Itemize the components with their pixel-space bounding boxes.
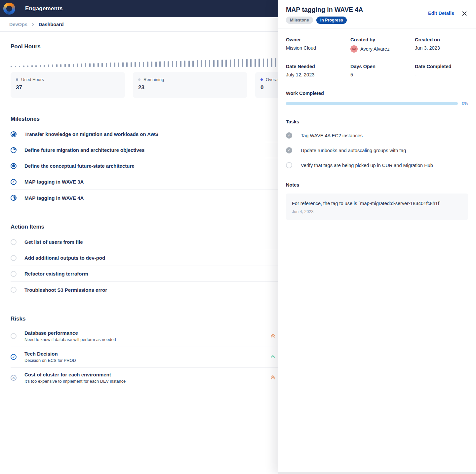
field-value-text: Mission Cloud bbox=[286, 45, 316, 51]
spark-bar bbox=[159, 61, 161, 67]
spark-bar bbox=[205, 60, 206, 67]
milestone-label: Define future migration and architecture… bbox=[24, 147, 144, 153]
milestone-item[interactable]: ✓MAP tagging in WAVE 3A bbox=[11, 174, 278, 190]
milestone-item[interactable]: Transfer knowledge on migration and work… bbox=[11, 126, 278, 142]
spark-bar bbox=[188, 61, 190, 67]
progress-bar bbox=[286, 102, 458, 105]
spark-bar bbox=[192, 61, 194, 67]
task-list: ✓Tag WAVE 4A EC2 instances✓Update runboo… bbox=[286, 132, 468, 168]
milestone-row: ✓MAP tagging in WAVE 3A bbox=[11, 174, 278, 190]
status-dot-icon bbox=[16, 78, 18, 81]
spark-bar bbox=[143, 62, 144, 67]
edit-details-link[interactable]: Edit Details bbox=[428, 11, 454, 16]
milestone-progress-icon: ✓ bbox=[11, 179, 17, 185]
unchecked-circle-icon[interactable] bbox=[11, 271, 17, 277]
task-done-check-icon[interactable]: ✓ bbox=[286, 147, 292, 153]
spark-bar bbox=[184, 61, 185, 67]
milestone-label: Define the conceptual future-state archi… bbox=[24, 163, 135, 169]
chevron-right-icon bbox=[31, 22, 35, 26]
task-item[interactable]: ✓Tag WAVE 4A EC2 instances bbox=[286, 132, 468, 139]
field-label: Created by bbox=[350, 37, 415, 42]
field-value-text: Jun 3, 2023 bbox=[415, 45, 440, 51]
action-item-row: Get list of users from file bbox=[11, 234, 278, 250]
detail-field: Created byAAAvery Alvarez bbox=[350, 37, 415, 53]
field-label: Date Completed bbox=[415, 64, 468, 69]
milestone-item[interactable]: Define the conceptual future-state archi… bbox=[11, 158, 278, 174]
tasks-block: Tasks ✓Tag WAVE 4A EC2 instances✓Update … bbox=[286, 119, 468, 168]
card-label: Used Hours bbox=[21, 77, 44, 82]
unchecked-circle-icon[interactable] bbox=[11, 287, 17, 293]
field-label: Date Needed bbox=[286, 64, 350, 69]
spark-bar bbox=[93, 63, 95, 67]
unchecked-circle-icon[interactable] bbox=[11, 255, 17, 261]
detail-field: Created onJun 3, 2023 bbox=[415, 37, 468, 53]
risk-item[interactable]: ✕Cost of cluster for each environmentIt'… bbox=[11, 368, 278, 388]
milestone-item[interactable]: Define future migration and architecture… bbox=[11, 142, 278, 158]
task-todo-circle-icon[interactable] bbox=[286, 162, 292, 168]
action-item[interactable]: Add additional outputs to dev-pod bbox=[11, 250, 278, 266]
icon-fill bbox=[12, 164, 15, 167]
spark-bar bbox=[255, 59, 256, 67]
action-item[interactable]: Troubleshoot S3 Permissions error bbox=[11, 282, 278, 298]
action-item-row: Troubleshoot S3 Permissions error bbox=[11, 282, 278, 298]
risk-x-icon[interactable]: ✕ bbox=[11, 375, 17, 381]
status-dot-icon bbox=[138, 78, 140, 81]
spark-bar bbox=[168, 61, 169, 67]
avatar: AA bbox=[350, 45, 358, 53]
close-icon[interactable] bbox=[462, 11, 467, 16]
milestones-list: Transfer knowledge on migration and work… bbox=[11, 126, 278, 206]
action-items-list: Get list of users from fileAdd additiona… bbox=[11, 234, 278, 298]
risk-empty-circle-icon[interactable] bbox=[11, 333, 17, 339]
type-badge: Milestone bbox=[286, 17, 313, 24]
spark-bar bbox=[114, 63, 115, 67]
action-items-section: Action Items Get list of users from file… bbox=[11, 224, 278, 298]
field-label: Created on bbox=[415, 37, 468, 42]
task-done-check-icon[interactable]: ✓ bbox=[286, 132, 292, 139]
risk-row: ✕Cost of cluster for each environmentIt'… bbox=[11, 368, 278, 388]
detail-panel-header: MAP tagging in WAVE 4A Milestone In Prog… bbox=[278, 0, 476, 28]
risk-row: Database performanceNeed to know if data… bbox=[11, 326, 278, 347]
action-item-label: Troubleshoot S3 Permissions error bbox=[24, 287, 107, 293]
milestone-progress-icon bbox=[11, 131, 17, 137]
task-item[interactable]: ✓Update runbooks and autoscaling groups … bbox=[286, 147, 468, 153]
risk-title: Database performance bbox=[24, 330, 262, 336]
milestone-item[interactable]: MAP tagging in WAVE 4A bbox=[11, 190, 278, 206]
action-item[interactable]: Get list of users from file bbox=[11, 234, 278, 250]
work-completed-label: Work Completed bbox=[286, 91, 468, 96]
risk-text: Cost of cluster for each environmentIt's… bbox=[24, 372, 262, 384]
spark-bar bbox=[225, 60, 227, 67]
risk-item[interactable]: Database performanceNeed to know if data… bbox=[11, 326, 278, 347]
field-label: Days Open bbox=[350, 64, 415, 69]
task-item[interactable]: Verify that tags are being picked up in … bbox=[286, 162, 468, 168]
risk-item[interactable]: ✓Tech DecisionDecision on ECS for PROD bbox=[11, 347, 278, 368]
milestone-progress-icon bbox=[11, 147, 17, 153]
action-item-label: Add additional outputs to dev-pod bbox=[24, 255, 105, 261]
risks-title: Risks bbox=[11, 316, 278, 322]
detail-fields: OwnerMission CloudCreated byAAAvery Alva… bbox=[286, 37, 468, 77]
badge-row: Milestone In Progress bbox=[286, 17, 468, 24]
card-value: 23 bbox=[138, 84, 242, 91]
progress-row: 0% bbox=[286, 101, 468, 106]
field-value-text: Avery Alvarez bbox=[360, 46, 389, 52]
field-value: AAAvery Alvarez bbox=[350, 45, 415, 53]
task-label: Update runbooks and autoscaling groups w… bbox=[301, 148, 406, 153]
milestone-label: MAP tagging in WAVE 4A bbox=[24, 195, 84, 201]
spark-bar bbox=[118, 63, 119, 67]
breadcrumb-devops[interactable]: DevOps bbox=[9, 22, 27, 27]
milestones-section: Milestones Transfer knowledge on migrati… bbox=[11, 116, 278, 206]
spark-bar bbox=[89, 63, 91, 67]
priority-double-chevron-up-icon bbox=[270, 333, 275, 339]
risk-check-icon[interactable]: ✓ bbox=[11, 354, 17, 360]
pool-hours-card: Remaining23 bbox=[133, 72, 247, 98]
spark-bar bbox=[230, 60, 231, 67]
milestone-label: Transfer knowledge on migration and work… bbox=[24, 131, 158, 137]
spark-bar bbox=[250, 59, 252, 67]
spark-bar bbox=[151, 62, 152, 67]
breadcrumb-dashboard: Dashboard bbox=[39, 22, 64, 27]
action-item[interactable]: Refactor existing terraform bbox=[11, 266, 278, 282]
status-dot-icon bbox=[260, 78, 263, 81]
risk-subtitle: It's too expensive to implement for each… bbox=[24, 379, 262, 384]
unchecked-circle-icon[interactable] bbox=[11, 239, 17, 245]
panel-scrollbar[interactable] bbox=[278, 472, 476, 474]
spark-bar bbox=[52, 65, 53, 67]
